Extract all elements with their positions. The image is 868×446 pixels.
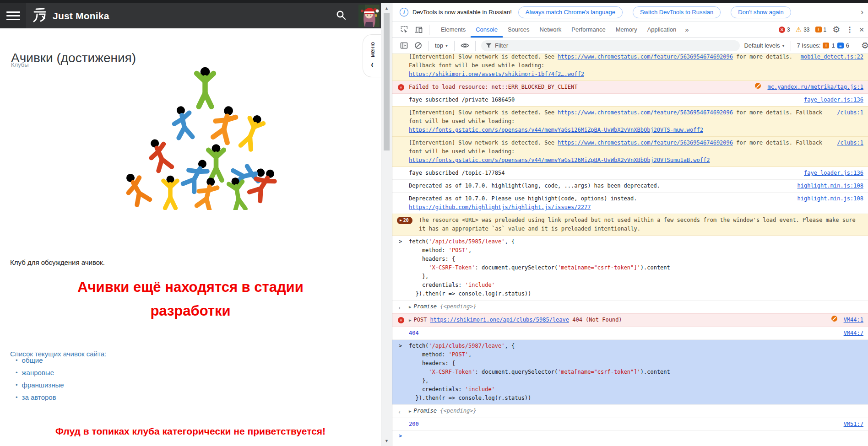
- console-error-row[interactable]: ✕ VM44:1▶POST https://shikimori.one/api/…: [392, 313, 868, 327]
- message-link[interactable]: https://shikimori.one/api/clubs/5985/lea…: [430, 317, 569, 323]
- source-link[interactable]: VM51:7: [844, 420, 863, 429]
- list-item-franchise[interactable]: •франшизные: [13, 379, 64, 391]
- tab-memory[interactable]: Memory: [611, 21, 642, 38]
- console-warning-row[interactable]: ▶20 The resource <URL> was preloaded usi…: [392, 214, 868, 235]
- settings-gear-icon[interactable]: ⚙: [832, 24, 840, 35]
- search-icon[interactable]: [336, 10, 347, 22]
- message-link[interactable]: https://www.chromestatus.com/feature/563…: [558, 109, 733, 116]
- devtools-infobar: i DevTools is now available in Russian! …: [392, 3, 868, 21]
- clear-console-icon[interactable]: [414, 42, 422, 49]
- log-levels-selector[interactable]: Default levels▾: [744, 42, 784, 49]
- source-link[interactable]: faye_loader.js:136: [804, 169, 863, 177]
- source-link[interactable]: /clubs:1: [837, 139, 863, 147]
- console-error-counter[interactable]: ✕ 3: [779, 27, 790, 33]
- switch-to-russian-button[interactable]: Switch DevTools to Russian: [633, 6, 721, 18]
- return-value-icon: ‹: [398, 304, 401, 312]
- context-selector[interactable]: top▾: [435, 42, 448, 49]
- page-content: Ачивки (достижения) Клубы use{color:in: [0, 28, 381, 446]
- message-link[interactable]: https://fonts.gstatic.com/s/opensans/v44…: [409, 157, 710, 163]
- console-input-echo[interactable]: > fetch('/api/clubs/5985/leave', { metho…: [392, 235, 868, 300]
- tab-application[interactable]: Application: [642, 21, 682, 38]
- list-item-genre[interactable]: •жанровые: [13, 366, 64, 379]
- source-link[interactable]: VM44:7: [844, 329, 863, 338]
- dont-show-again-button[interactable]: Don't show again: [731, 6, 791, 18]
- user-avatar[interactable]: [358, 5, 380, 27]
- issues-counter[interactable]: ! 1: [815, 27, 827, 33]
- console-log-row[interactable]: faye_loader.js:136faye subscribed /priva…: [392, 93, 868, 106]
- device-toolbar-icon[interactable]: [415, 26, 423, 33]
- error-circle-icon: ✕: [398, 317, 404, 323]
- disclosure-triangle-icon[interactable]: ▶: [409, 318, 411, 322]
- console-log-row[interactable]: VM44:7404: [392, 327, 868, 339]
- console-log-row[interactable]: highlight.min.js:108Deprecated as of 10.…: [392, 192, 868, 214]
- tab-performance[interactable]: Performance: [566, 21, 610, 38]
- development-warning: Ачивки ещё находятся в стадии разработки: [0, 275, 381, 323]
- tab-console[interactable]: Console: [471, 21, 503, 38]
- disclosure-triangle-icon: ▶: [400, 217, 402, 224]
- source-link[interactable]: highlight.min.js:108: [797, 182, 864, 190]
- console-prompt[interactable]: >: [392, 430, 868, 443]
- always-match-language-button[interactable]: Always match Chrome's language: [518, 6, 623, 18]
- source-link[interactable]: mc.yandex.ru/metrika/tag.js:1: [767, 83, 863, 91]
- console-log: mobile_detect.js:22[Intervention] Slow n…: [392, 54, 868, 446]
- console-log-row[interactable]: faye_loader.js:136faye subscribed /topic…: [392, 167, 868, 179]
- message-link[interactable]: https://github.com/highlightjs/highlight…: [409, 204, 591, 210]
- console-warning-row[interactable]: mobile_detect.js:22[Intervention] Slow n…: [392, 54, 868, 81]
- chevron-right-icon[interactable]: ›: [861, 7, 863, 17]
- message-link[interactable]: https://www.chromestatus.com/feature/563…: [558, 54, 733, 60]
- list-item-common[interactable]: •общие: [13, 354, 64, 366]
- filter-input[interactable]: Filter: [481, 40, 740, 51]
- blocked-request-icon: [755, 83, 761, 89]
- console-sidebar-icon[interactable]: [400, 42, 408, 49]
- message-link[interactable]: https://fonts.gstatic.com/s/opensans/v44…: [409, 127, 703, 133]
- kebab-menu-icon[interactable]: ⋮: [846, 25, 853, 34]
- info-icon: i: [400, 8, 408, 16]
- bullet-icon: •: [16, 394, 18, 401]
- hamburger-menu-button[interactable]: [0, 3, 26, 28]
- console-result-row[interactable]: ‹ ▶Promise {<pending>}: [392, 404, 868, 418]
- source-link[interactable]: faye_loader.js:136: [804, 96, 863, 104]
- issue-badge-icon: !: [823, 43, 829, 48]
- breadcrumb[interactable]: Клубы: [11, 61, 29, 68]
- error-circle-icon: ✕: [398, 84, 404, 91]
- tab-sources[interactable]: Sources: [503, 21, 535, 38]
- scroll-up-icon[interactable]: ▲: [381, 6, 392, 11]
- live-expression-eye-icon[interactable]: [461, 42, 469, 49]
- console-warning-row[interactable]: /clubs:1[Intervention] Slow network is d…: [392, 136, 868, 167]
- source-link[interactable]: VM44:1: [844, 316, 863, 324]
- filter-placeholder: Filter: [495, 42, 508, 49]
- more-tabs-icon[interactable]: »: [681, 26, 692, 33]
- scroll-down-icon[interactable]: ▼: [381, 439, 392, 443]
- console-warning-row[interactable]: /clubs:1[Intervention] Slow network is d…: [392, 106, 868, 136]
- console-input-echo-selected[interactable]: > fetch('/api/clubs/5987/leave', { metho…: [392, 339, 868, 404]
- prompt-chevron-icon: >: [399, 433, 402, 439]
- repeat-count-badge[interactable]: ▶20: [397, 217, 412, 224]
- list-item-authors[interactable]: •за авторов: [13, 391, 64, 403]
- console-settings-gear-icon[interactable]: ⚙: [861, 40, 868, 51]
- source-link[interactable]: highlight.min.js:108: [797, 194, 864, 203]
- message-link[interactable]: https://www.chromestatus.com/feature/563…: [558, 140, 733, 146]
- console-log-row[interactable]: highlight.min.js:108Deprecated as of 10.…: [392, 179, 868, 192]
- issues-summary[interactable]: 7 Issues: ! 1 ≡ 6: [797, 42, 849, 49]
- console-result-row[interactable]: ‹ ▶Promise {<pending>}: [392, 300, 868, 313]
- disclosure-triangle-icon[interactable]: ▶: [409, 409, 411, 414]
- console-error-row[interactable]: ✕ mc.yandex.ru/metrika/tag.js:1Failed to…: [392, 81, 868, 93]
- menu-tab[interactable]: меню ‹: [363, 34, 381, 77]
- chevron-down-icon: ▾: [782, 43, 784, 48]
- source-link[interactable]: mobile_detect.js:22: [801, 54, 863, 61]
- site-title[interactable]: Just Monika: [53, 11, 109, 21]
- console-warning-counter[interactable]: ⚠ 33: [796, 27, 810, 33]
- console-log-row[interactable]: VM51:7200: [392, 418, 868, 430]
- shikimori-logo-icon[interactable]: [33, 7, 47, 25]
- tab-network[interactable]: Network: [535, 21, 567, 38]
- tab-elements[interactable]: Elements: [436, 21, 471, 38]
- devtools-tabbar: Elements Console Sources Network Perform…: [392, 21, 868, 38]
- message-link[interactable]: https://shikimori.one/assets/shikimori-1…: [409, 71, 584, 77]
- scrollbar-thumb[interactable]: [384, 13, 390, 150]
- disclosure-triangle-icon[interactable]: ▶: [409, 305, 411, 309]
- inspect-element-icon[interactable]: [400, 26, 408, 33]
- source-link[interactable]: /clubs:1: [837, 108, 863, 117]
- page-scrollbar[interactable]: ▲ ▼: [381, 3, 392, 446]
- close-devtools-icon[interactable]: ✕: [859, 26, 864, 33]
- flood-warning: Флуд в топиках клуба категорически не пр…: [0, 426, 381, 437]
